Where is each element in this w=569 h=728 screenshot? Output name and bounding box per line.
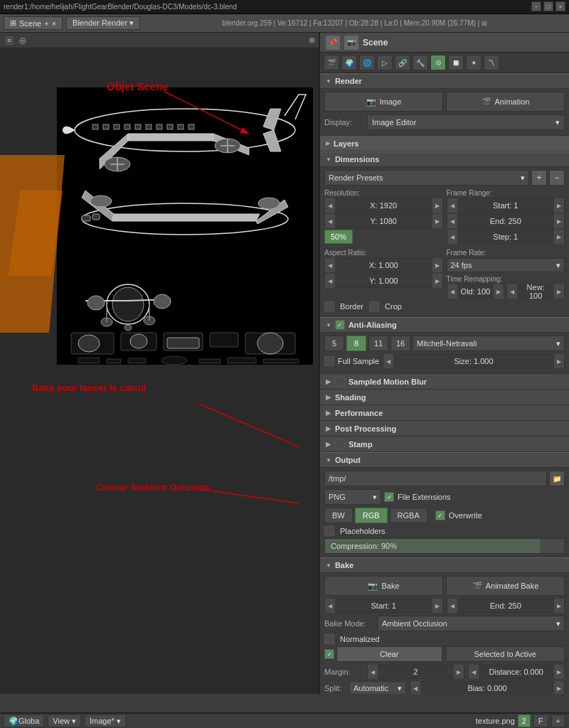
bake-end-field[interactable]: ◀ End: 250 ▶ [447, 599, 565, 613]
bw-btn[interactable]: BW [324, 508, 353, 523]
step-decrease[interactable]: ◀ [447, 230, 457, 244]
ax-field[interactable]: ◀ X: 1.000 ▶ [324, 258, 443, 272]
maximize-btn[interactable]: □ [543, 1, 553, 11]
post-processing-section[interactable]: ▶ Post Processing [320, 421, 569, 437]
old-field[interactable]: ◀ Old: 100 ▶ [447, 284, 505, 299]
stamp-checkbox[interactable] [335, 439, 345, 449]
tab-constraints[interactable]: 🔗 [395, 55, 410, 70]
overwrite-checkbox[interactable]: ✓ [435, 510, 445, 520]
aa-checkbox[interactable]: ✓ [335, 320, 345, 330]
step-field[interactable]: ◀ Step: 1 ▶ [447, 230, 565, 244]
new-decrease[interactable]: ◀ [507, 284, 517, 299]
view-select[interactable]: View ▾ [48, 714, 81, 727]
tab-modifiers[interactable]: 🔧 [413, 55, 428, 70]
start-decrease[interactable]: ◀ [447, 198, 457, 213]
distance-increase[interactable]: ▶ [554, 665, 564, 679]
split-select[interactable]: Automatic ▾ [349, 681, 406, 694]
margin-increase[interactable]: ▶ [454, 665, 464, 679]
aa-btn-5[interactable]: 5 [324, 336, 344, 351]
crop-checkbox[interactable] [369, 301, 379, 311]
layers-section-header[interactable]: ▶ Layers [320, 136, 569, 151]
aa-section-header[interactable]: ▼ ✓ Anti-Aliasing [320, 317, 569, 333]
x-res-increase[interactable]: ▶ [432, 198, 442, 213]
clear-btn[interactable]: Clear [336, 646, 442, 662]
image-render-btn[interactable]: 📷 Image [324, 92, 443, 112]
props-pin-icon[interactable]: 📌 [326, 36, 340, 50]
normalized-checkbox[interactable] [324, 634, 334, 644]
old-decrease[interactable]: ◀ [447, 284, 457, 299]
percent-btn[interactable]: 50% [324, 230, 353, 244]
animated-bake-btn[interactable]: 🎬 Animated Bake [446, 576, 565, 596]
size-field[interactable]: ◀ Size: 1.000 ▶ [383, 354, 565, 368]
border-checkbox[interactable] [324, 301, 334, 311]
rgb-btn[interactable]: RGB [355, 508, 388, 523]
output-path-input[interactable]: /tmp/ [324, 471, 547, 486]
scene-selector[interactable]: ⊞ Scene + × [4, 16, 63, 30]
old-increase[interactable]: ▶ [494, 284, 504, 299]
minimize-btn[interactable]: − [531, 1, 541, 11]
bias-decrease[interactable]: ◀ [410, 681, 420, 694]
y-res-increase[interactable]: ▶ [432, 214, 442, 228]
margin-field[interactable]: ◀ 2 ▶ [367, 665, 464, 679]
bias-field[interactable]: ◀ Bias: 0.000 ▶ [410, 681, 565, 694]
tab-object[interactable]: ▷ [377, 55, 393, 70]
tab-material[interactable]: ⚙ [430, 55, 446, 70]
file-ext-checkbox[interactable]: ✓ [384, 492, 394, 502]
engine-selector[interactable]: Blender Render ▾ [66, 16, 140, 30]
animation-render-btn[interactable]: 🎬 Animation [446, 92, 565, 112]
aa-btn-11[interactable]: 11 [368, 336, 388, 351]
distance-decrease[interactable]: ◀ [469, 665, 479, 679]
shading-section[interactable]: ▶ Shading [320, 390, 569, 405]
bake-section-header[interactable]: ▼ Bake [320, 557, 569, 573]
path-browse-btn[interactable]: 📁 [549, 471, 565, 486]
globe-btn[interactable]: 🌍 Globa [4, 714, 44, 727]
page-num-btn[interactable]: 2 [518, 714, 531, 727]
size-decrease[interactable]: ◀ [383, 354, 393, 368]
dimensions-section-header[interactable]: ▼ Dimensions [320, 151, 569, 167]
sampled-blur-checkbox[interactable] [335, 377, 345, 387]
clear-checkbox[interactable]: ✓ [324, 649, 334, 659]
ax-increase[interactable]: ▶ [432, 258, 442, 272]
bake-start-decrease[interactable]: ◀ [325, 599, 335, 613]
distance-field[interactable]: ◀ Distance: 0.000 ▶ [468, 665, 565, 679]
size-increase[interactable]: ▶ [554, 354, 564, 368]
tab-scene[interactable]: 🌍 [341, 55, 357, 70]
new-field[interactable]: ◀ New: 100 ▶ [506, 284, 565, 299]
x-resolution-field[interactable]: ◀ X: 1920 ▶ [324, 198, 443, 213]
sampled-blur-section[interactable]: ▶ Sampled Motion Blur [320, 374, 569, 390]
format-select[interactable]: PNG ▾ [324, 489, 381, 505]
ay-increase[interactable]: ▶ [432, 274, 442, 288]
close-btn[interactable]: × [555, 1, 565, 11]
output-section-header[interactable]: ▼ Output [320, 452, 569, 468]
tab-physics[interactable]: 〽 [484, 55, 499, 70]
margin-decrease[interactable]: ◀ [368, 665, 378, 679]
new-increase[interactable]: ▶ [554, 284, 564, 299]
aa-btn-16[interactable]: 16 [390, 336, 410, 351]
aa-btn-8[interactable]: 8 [346, 336, 366, 351]
performance-section[interactable]: ▶ Performance [320, 405, 569, 421]
viewport-menu-btn[interactable]: ≡ [4, 35, 15, 46]
selected-to-active-btn[interactable]: Selected to Active [446, 646, 565, 662]
tab-particles[interactable]: ✦ [466, 55, 482, 70]
ax-decrease[interactable]: ◀ [325, 258, 335, 272]
end-decrease[interactable]: ◀ [447, 214, 457, 228]
bake-end-increase[interactable]: ▶ [554, 599, 564, 613]
props-camera-icon[interactable]: 📷 [344, 36, 358, 50]
bake-start-field[interactable]: ◀ Start: 1 ▶ [324, 599, 443, 613]
placeholders-checkbox[interactable] [324, 526, 334, 536]
tab-render[interactable]: 🎬 [324, 55, 339, 70]
tab-world[interactable]: 🌐 [359, 55, 375, 70]
f-btn[interactable]: F [533, 714, 548, 727]
bias-increase[interactable]: ▶ [554, 681, 564, 694]
preset-add-btn[interactable]: + [531, 170, 547, 186]
start-frame-field[interactable]: ◀ Start: 1 ▶ [447, 198, 565, 213]
rgba-btn[interactable]: RGBA [390, 508, 427, 523]
x-res-decrease[interactable]: ◀ [325, 198, 335, 213]
compression-bar[interactable]: Compression: 90% [324, 538, 565, 554]
y-res-decrease[interactable]: ◀ [325, 214, 335, 228]
image-select[interactable]: Image* ▾ [85, 714, 126, 727]
start-increase[interactable]: ▶ [554, 198, 564, 213]
bake-mode-select[interactable]: Ambient Occlusion ▾ [378, 616, 565, 631]
display-select[interactable]: Image Editor ▾ [367, 114, 565, 130]
end-increase[interactable]: ▶ [554, 214, 564, 228]
